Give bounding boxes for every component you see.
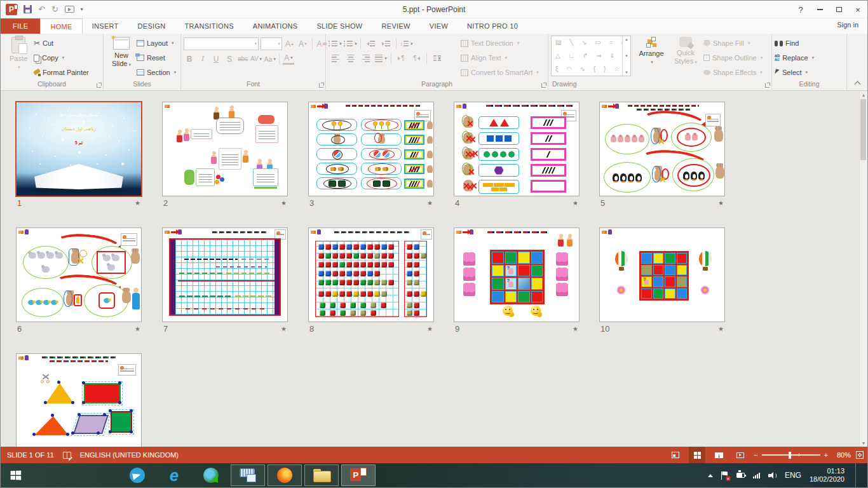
action-center-flag-icon[interactable]: x [721, 471, 728, 480]
slide-thumbnail-5[interactable]: 5★ [599, 102, 725, 209]
slide-thumbnail-11[interactable]: 11★ [16, 353, 142, 447]
shrink-font-button[interactable]: A▼ [297, 38, 309, 50]
volume-icon[interactable] [768, 472, 776, 479]
tab-insert[interactable]: INSERT [83, 18, 128, 34]
notes-view-button[interactable] [667, 447, 684, 463]
fit-slide-to-window-button[interactable] [856, 451, 864, 459]
slide-thumbnail-1[interactable]: به نام خدای ستاره ها ریاضی اول دبستان تم… [16, 102, 142, 209]
tab-design[interactable]: DESIGN [128, 18, 175, 34]
network-signal-icon[interactable] [753, 473, 760, 478]
italic-button[interactable]: I [197, 53, 208, 65]
paragraph-dialog-launcher[interactable] [541, 83, 546, 88]
replace-button[interactable]: abacReplace▾ [775, 51, 814, 64]
tab-transitions[interactable]: TRANSITIONS [175, 18, 243, 34]
slide-thumbnail-3[interactable]: 3★ [308, 102, 434, 209]
underline-button[interactable]: U [210, 53, 222, 65]
bold-button[interactable]: B [184, 53, 195, 65]
help-button[interactable]: ? [791, 3, 810, 17]
line-spacing-button[interactable]: ↕▾ [400, 37, 413, 50]
taskbar-file-explorer[interactable] [304, 464, 339, 486]
minimize-button[interactable] [810, 3, 829, 17]
copy-button[interactable]: Copy▾ [34, 51, 89, 64]
zoom-in-button[interactable]: + [824, 451, 828, 459]
arrange-button[interactable]: Arrange▾ [635, 36, 668, 79]
shapes-row[interactable]: ▤ ╲ ↘ ▭ ○ ▭ [555, 39, 622, 46]
shapes-row[interactable]: △ ∟ ↱ ⇒ ⇓ ◇ [555, 52, 622, 60]
bullets-button[interactable]: ▾ [329, 37, 342, 50]
paste-button[interactable]: Paste▾ [3, 36, 34, 79]
cut-button[interactable]: ✂Cut [34, 37, 89, 50]
zoom-percentage[interactable]: 80% [833, 451, 851, 459]
drawing-dialog-launcher[interactable] [765, 83, 770, 88]
shape-effects-button[interactable]: Shape Effects▾ [703, 66, 763, 79]
taskbar-internet-explorer[interactable]: e [157, 464, 191, 486]
find-button[interactable]: Find [775, 37, 814, 50]
align-text-button[interactable]: Align Text▾ [461, 51, 539, 64]
font-name-select[interactable]: ▾ [184, 37, 259, 50]
slide-thumbnail-7[interactable]: 7★ [162, 227, 288, 335]
grow-font-button[interactable]: A▲ [284, 38, 295, 50]
reading-view-button[interactable] [710, 447, 727, 463]
scrollbar-thumb[interactable] [860, 99, 866, 160]
taskbar-onscreen-keyboard[interactable] [231, 464, 265, 486]
change-case-button[interactable]: Aa▾ [264, 53, 276, 65]
font-dialog-launcher[interactable] [319, 83, 323, 88]
tab-file[interactable]: FILE [1, 18, 40, 34]
language-indicator[interactable]: ENG [785, 471, 801, 480]
sign-in-link[interactable]: Sign in [837, 21, 858, 29]
justify-button[interactable]: ▾ [374, 52, 388, 64]
slide-thumbnail-9[interactable]: 9★ [454, 227, 580, 335]
tab-animations[interactable]: ANIMATIONS [243, 18, 308, 34]
select-button[interactable]: Select▾ [775, 66, 814, 79]
layout-button[interactable]: Layout▾ [137, 37, 176, 50]
slideshow-view-button[interactable] [732, 447, 749, 463]
quick-styles-button[interactable]: Quick Styles▾ [672, 36, 700, 79]
slide-thumbnail-6[interactable]: 6★ [16, 227, 142, 335]
language-label[interactable]: ENGLISH (UNITED KINGDOM) [80, 451, 179, 459]
align-center-button[interactable] [344, 52, 357, 64]
convert-smartart-button[interactable]: Convert to SmartArt▾ [461, 66, 539, 79]
tab-review[interactable]: REVIEW [372, 18, 420, 34]
clock[interactable]: 01:1318/02/2020 [810, 467, 844, 484]
slide-thumbnail-4[interactable]: 4★ [454, 102, 580, 209]
scroll-down-icon[interactable]: ▼ [862, 441, 866, 445]
align-left-button[interactable] [329, 52, 342, 64]
character-spacing-button[interactable]: AV▾ [250, 53, 262, 65]
battery-icon[interactable] [736, 473, 745, 478]
spellcheck-icon[interactable] [63, 452, 71, 459]
rtl-text-button[interactable]: ¶ [410, 52, 423, 64]
shapes-scroll-down-icon[interactable]: ▼ [625, 54, 628, 58]
clipboard-dialog-launcher[interactable] [97, 83, 101, 88]
font-color-button[interactable]: A▾ [283, 53, 294, 65]
shapes-row[interactable]: ξ ◠ ∿ { } ☆ [555, 65, 622, 73]
text-direction-button[interactable]: Text Direction▾ [461, 37, 539, 50]
vertical-scrollbar[interactable]: ▲▼ [859, 92, 867, 447]
tab-nitro[interactable]: NITRO PRO 10 [458, 18, 527, 34]
taskbar-firefox[interactable] [268, 464, 302, 486]
zoom-out-button[interactable]: − [754, 451, 757, 459]
align-right-button[interactable] [359, 52, 372, 64]
start-button[interactable] [1, 463, 30, 487]
format-painter-button[interactable]: Format Painter [34, 66, 89, 79]
new-slide-button[interactable]: New Slide▾ [106, 36, 137, 79]
show-desktop-button[interactable] [855, 463, 860, 487]
tab-slideshow[interactable]: SLIDE SHOW [307, 18, 372, 34]
scroll-up-icon[interactable]: ▲ [862, 93, 866, 97]
tab-view[interactable]: VIEW [420, 18, 458, 34]
hidden-icons-arrow[interactable] [708, 474, 713, 477]
columns-button[interactable]: ▾ [430, 52, 444, 64]
numbering-button[interactable]: ▾ [344, 37, 357, 50]
shape-fill-button[interactable]: Shape Fill▾ [703, 37, 763, 50]
slide-sorter-view-button[interactable] [689, 447, 705, 463]
section-button[interactable]: Section▾ [137, 66, 176, 79]
text-shadow-button[interactable]: S [224, 53, 235, 65]
reset-button[interactable]: Reset [137, 51, 176, 64]
zoom-slider[interactable] [762, 454, 820, 456]
zoom-slider-thumb[interactable] [789, 452, 791, 459]
shapes-more-icon[interactable]: ▼ [625, 71, 628, 74]
ltr-text-button[interactable]: ¶ [395, 52, 408, 64]
restore-button[interactable] [829, 3, 848, 17]
slide-thumbnail-8[interactable]: 8★ [308, 227, 434, 335]
shapes-gallery[interactable]: ▤ ╲ ↘ ▭ ○ ▭ △ ∟ ↱ ⇒ ⇓ ◇ ξ ◠ ∿ { } ☆ ▲ ▼ … [551, 36, 631, 76]
taskbar-powerpoint[interactable] [341, 464, 376, 486]
